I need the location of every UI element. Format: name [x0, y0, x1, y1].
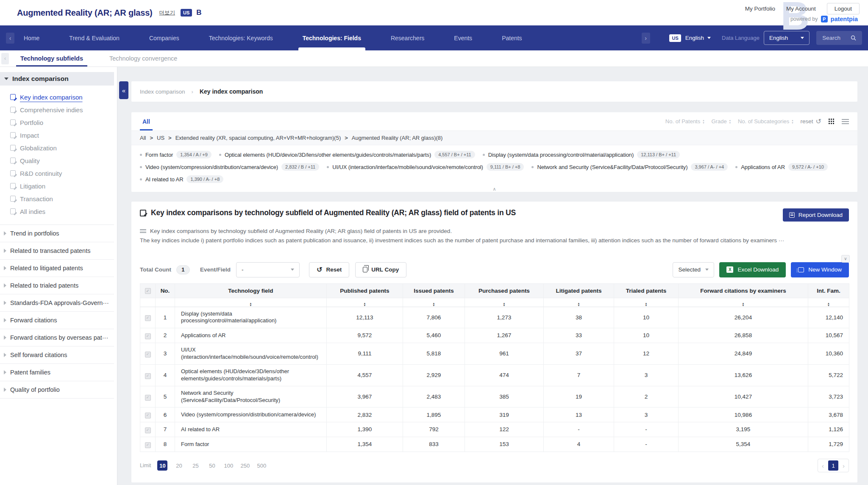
sidebar-item[interactable]: All indies	[10, 205, 114, 218]
tab-technology-convergence[interactable]: Technology convergence	[105, 50, 181, 67]
sort-no-of-subcategories[interactable]: No. of Subcategories ▴▾	[738, 118, 793, 125]
sidebar-section-collapsed[interactable]: Forward citations	[0, 312, 114, 329]
sidebar-item[interactable]: Transaction	[10, 192, 114, 205]
nav-item[interactable]: Trend & Evaluation	[65, 25, 124, 50]
path-segment[interactable]: Extended reality (XR, spacial computing,…	[175, 135, 348, 141]
limit-option[interactable]: 10	[157, 460, 167, 471]
subfield-chip[interactable]: Applications of AR 9,572 / A- / +10	[735, 163, 828, 171]
sidebar-section-collapsed[interactable]: Forward citations by overseas pat···	[0, 329, 114, 346]
subfield-chip[interactable]: UI/UX (interaction/interface/mobile/soun…	[327, 163, 524, 171]
limit-option[interactable]: 50	[207, 460, 217, 471]
sidebar-item[interactable]: Impact	[10, 129, 114, 141]
nav-item[interactable]: Researchers	[387, 25, 428, 50]
tab-technology-subfields[interactable]: Technology subfields	[16, 50, 87, 67]
event-field-select[interactable]: -	[236, 262, 300, 277]
sidebar-section-collapsed[interactable]: Standards-FDA approvals-Govern···	[0, 294, 114, 312]
sidebar-section-collapsed[interactable]: Quality of portfolio	[0, 381, 114, 399]
ui-language-dropdown[interactable]: English	[685, 35, 711, 41]
subfield-chip[interactable]: AI related to AR 1,390 / A- / +8	[140, 175, 223, 183]
nav-scroll-left-icon[interactable]: ‹	[6, 33, 14, 44]
sidebar-section-collapsed[interactable]: Related to litigated patents	[0, 260, 114, 277]
grid-view-icon[interactable]	[829, 119, 835, 125]
new-window-button[interactable]: New Window	[791, 262, 849, 277]
limit-option[interactable]: 20	[174, 460, 184, 471]
sidebar-item[interactable]: Quality	[10, 154, 114, 167]
panel-collapse-up-icon[interactable]: ∧	[485, 186, 504, 192]
column-header-purchased[interactable]: Purchased patents	[465, 283, 544, 298]
column-header-trialed[interactable]: Trialed patents	[614, 283, 679, 298]
nav-item[interactable]: Technologies: Fields	[298, 25, 365, 50]
reset-sort-button[interactable]: reset ↺	[801, 118, 821, 125]
sort-icon[interactable]: ▴▾	[645, 302, 647, 307]
subfield-chip[interactable]: Optical elements (HUD/device/3D/lens/oth…	[219, 151, 475, 158]
path-segment[interactable]: All	[140, 135, 153, 141]
selected-scope-select[interactable]: Selected	[673, 262, 714, 277]
sidebar-item[interactable]: Litigation	[10, 180, 114, 192]
subfield-chip[interactable]: Form factor 1,354 / A / +9	[140, 151, 211, 158]
sidebar-section-collapsed[interactable]: Related to transacted patents	[0, 242, 114, 260]
url-copy-button[interactable]: URL Copy	[355, 262, 406, 277]
limit-option[interactable]: 500	[256, 460, 267, 471]
nav-item[interactable]: Companies	[145, 25, 184, 50]
sidebar-item[interactable]: R&D continuity	[10, 167, 114, 180]
limit-option[interactable]: 25	[190, 460, 200, 471]
list-view-icon[interactable]	[842, 119, 849, 124]
sort-icon[interactable]: ▴▾	[433, 302, 434, 307]
row-checkbox[interactable]: ✓	[145, 333, 151, 339]
column-header-int-fam[interactable]: Int. Fam.	[808, 283, 849, 298]
sort-no-of-patents[interactable]: No. of Patents ▴▾	[665, 118, 704, 125]
row-checkbox[interactable]: ✓	[145, 442, 151, 448]
column-header-no[interactable]: No.	[156, 283, 175, 298]
sidebar-item[interactable]: Comprehensive indies	[10, 103, 114, 116]
sidebar-section-collapsed[interactable]: Patent families	[0, 364, 114, 381]
report-download-button[interactable]: Report Download	[783, 208, 849, 222]
prev-page-icon[interactable]: ‹	[822, 462, 824, 469]
sidebar-section-collapsed[interactable]: Trend in portfolios	[0, 225, 114, 242]
my-portfolio-link[interactable]: My Portfolio	[745, 6, 775, 12]
sort-grade[interactable]: Grade ▴▾	[712, 118, 731, 125]
breadcrumb-parent[interactable]: Index comparison	[140, 89, 185, 95]
next-page-icon[interactable]: ›	[843, 462, 845, 469]
description-collapse-icon[interactable]: ∨	[841, 255, 850, 263]
logout-button[interactable]: Logout	[827, 3, 860, 14]
sidebar-item[interactable]: Key index comparison	[10, 91, 114, 103]
excel-download-button[interactable]: X Excel Download	[719, 262, 786, 277]
select-all-checkbox[interactable]: ✓	[145, 288, 151, 294]
subfield-chip[interactable]: Display (system/data processing/control/…	[483, 151, 680, 158]
path-segment[interactable]: US	[157, 135, 172, 141]
sort-icon[interactable]: ▴▾	[743, 302, 744, 307]
column-header-published[interactable]: Published patents	[327, 283, 403, 298]
row-checkbox[interactable]: ✓	[145, 413, 151, 418]
nav-item[interactable]: Events	[450, 25, 476, 50]
row-checkbox[interactable]: ✓	[145, 315, 151, 321]
sidebar-section-collapsed[interactable]: Related to trialed patents	[0, 277, 114, 294]
sidebar-collapse-icon[interactable]: «	[119, 81, 128, 99]
row-checkbox[interactable]: ✓	[145, 427, 151, 433]
my-account-link[interactable]: My Account	[786, 6, 816, 12]
column-header-litigated[interactable]: Litigated patents	[544, 283, 614, 298]
subfield-chip[interactable]: Video (system/compression/distribution/c…	[140, 163, 319, 171]
row-checkbox[interactable]: ✓	[145, 352, 151, 358]
data-language-select[interactable]: English	[764, 31, 810, 45]
nav-scroll-right-icon[interactable]: ›	[642, 33, 650, 44]
sidebar-item[interactable]: Globalization	[10, 141, 114, 154]
subtab-scroll-left-icon[interactable]: ‹	[1, 53, 9, 64]
nav-item[interactable]: Technologies: Keywords	[205, 25, 277, 50]
subfield-chip[interactable]: Network and Security (Service&Facility/D…	[531, 163, 728, 171]
sort-icon[interactable]: ▴▾	[364, 302, 365, 307]
sidebar-section-index-comparison[interactable]: Index comparison	[0, 72, 114, 86]
sidebar-section-collapsed[interactable]: Self forward citations	[0, 346, 114, 364]
search-button[interactable]: Search	[816, 31, 862, 45]
tab-all[interactable]: All	[140, 112, 153, 130]
column-header-issued[interactable]: Issued patents	[403, 283, 465, 298]
nav-item[interactable]: Home	[19, 25, 44, 50]
sort-icon[interactable]: ▴▾	[578, 302, 579, 307]
sort-icon[interactable]: ▴▾	[504, 302, 505, 307]
column-header-forward-citations[interactable]: Forward citations by examiners	[679, 283, 808, 298]
sort-icon[interactable]: ▴▾	[250, 302, 251, 307]
limit-option[interactable]: 100	[223, 460, 234, 471]
path-segment[interactable]: Augmented Reality (AR; AR glass)(8)	[352, 135, 443, 141]
sidebar-item[interactable]: Portfolio	[10, 116, 114, 129]
page-number[interactable]: 1	[828, 460, 838, 471]
nav-item[interactable]: Patents	[498, 25, 526, 50]
